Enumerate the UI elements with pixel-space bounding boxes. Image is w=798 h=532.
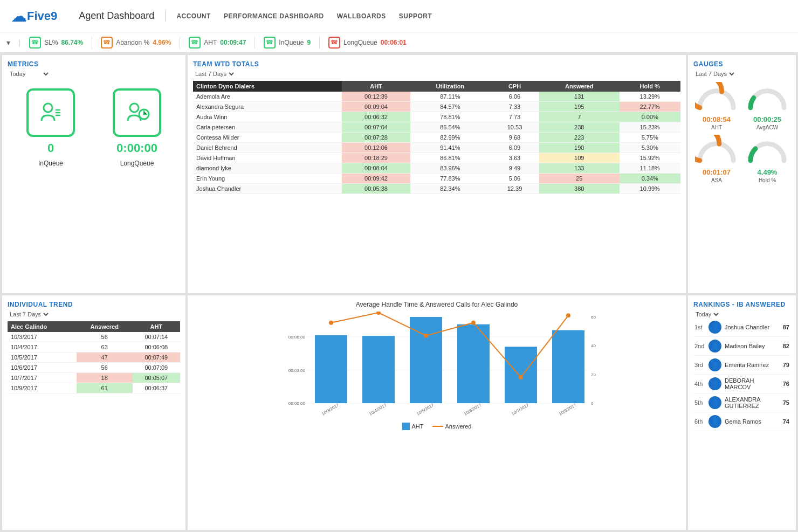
gauges-title: GAUGES: [693, 60, 790, 68]
team-cell-answered: 7: [539, 112, 620, 122]
table-row: Alexandra Segura 00:09:04 84.57% 7.33 19…: [193, 102, 680, 112]
team-col-cph: CPH: [490, 81, 539, 92]
gauge-arc: [746, 82, 789, 114]
ranking-item: 4th 👤 DEBORAH MARCOV 76: [693, 375, 790, 393]
page-title: Agent Dashboard: [79, 10, 166, 22]
rank-avatar: 👤: [708, 377, 721, 390]
chart-dot: [424, 333, 428, 337]
trend-table: Alec Galindo Answered AHT 10/3/2017 56 0…: [8, 321, 180, 393]
ranking-item: 5th 👤 ALEXANDRA GUTIERREZ 75: [693, 393, 790, 412]
svg-text:20: 20: [591, 372, 596, 377]
svg-text:0: 0: [591, 401, 594, 406]
team-cell-util: 87.11%: [410, 92, 491, 102]
nav-wallboards[interactable]: WALLBOARDS: [337, 12, 386, 20]
status-aht-icon: ☎: [189, 37, 201, 49]
gauge-arc: [695, 82, 738, 114]
chart-panel: Average Handle Time & Answered Calls for…: [188, 295, 686, 530]
svg-text:00:03:00: 00:03:00: [288, 368, 306, 372]
svg-point-1: [130, 103, 139, 112]
trend-cell-aht: 00:07:09: [133, 362, 180, 372]
status-expand-icon[interactable]: ▾: [6, 38, 10, 47]
nav-performance[interactable]: PERFORMANCE DASHBOARD: [224, 12, 324, 20]
team-cell-aht: 00:09:42: [342, 174, 410, 184]
nav-support[interactable]: SUPPORT: [399, 12, 432, 20]
nav-account[interactable]: ACCOUNT: [176, 12, 211, 20]
gauges-panel: GAUGES Last 7 Days 00:08:54 AHT 00:00:25…: [688, 55, 796, 293]
rankings-period-dropdown[interactable]: Today: [693, 310, 720, 318]
team-cell-name: David Huffman: [193, 153, 342, 163]
team-cell-name: Erin Young: [193, 174, 342, 184]
ranking-item: 2nd 👤 Madison Bailey 82: [693, 337, 790, 356]
legend-aht-label: AHT: [412, 423, 424, 430]
metrics-period-dropdown[interactable]: Today Last 7 Days: [8, 70, 50, 78]
status-sl-value: 86.74%: [61, 39, 83, 46]
chart-legend: AHT Answered: [193, 423, 680, 430]
team-cell-util: 77.83%: [410, 174, 491, 184]
svg-text:10/9/2017: 10/9/2017: [558, 402, 577, 416]
team-cell-util: 78.81%: [410, 112, 491, 122]
list-item: 10/4/2017 63 00:06:08: [8, 342, 180, 352]
status-inqueue-value: 9: [307, 39, 311, 46]
team-cell-hold: 22.77%: [620, 102, 680, 112]
trend-cell-aht: 00:05:07: [133, 372, 180, 383]
team-col-util: Utilization: [410, 81, 491, 92]
team-cell-hold: 5.30%: [620, 143, 680, 153]
team-cell-hold: 13.29%: [620, 92, 680, 102]
ranking-item: 3rd 👤 Emerita Ramirez 79: [693, 356, 790, 375]
table-row: Daniel Behrend 00:12:06 91.41% 6.09 190 …: [193, 143, 680, 153]
chart-svg: 00:09:0000:06:0000:03:0000:00:0060402001…: [193, 312, 680, 419]
status-bar: ▾ | ☎ SL% 86.74% ☎ Abandon % 4.96% ☎ AHT…: [0, 32, 798, 53]
rankings-panel: RANKINGS - IB ANSWERED Today 1st 👤 Joshu…: [688, 295, 796, 530]
trend-col-date: Alec Galindo: [8, 321, 77, 332]
inqueue-label: InQueue: [38, 160, 63, 167]
team-cell-aht: 00:05:38: [342, 184, 410, 194]
table-row: Contessa Milder 00:07:28 82.99% 9.68 223…: [193, 133, 680, 143]
status-abandon-value: 4.96%: [153, 39, 171, 46]
team-cell-name: diamond lyke: [193, 163, 342, 174]
team-cell-util: 86.81%: [410, 153, 491, 163]
team-cell-answered: 25: [539, 174, 620, 184]
rank-name: Joshua Chandler: [725, 324, 780, 330]
team-cell-aht: 00:12:06: [342, 143, 410, 153]
rank-score: 75: [783, 399, 789, 406]
team-cell-hold: 10.99%: [620, 184, 680, 194]
svg-text:40: 40: [591, 343, 596, 348]
list-item: 10/3/2017 56 00:07:14: [8, 332, 180, 342]
team-title: TEAM WTD TOTALS: [193, 60, 680, 68]
gauge-arc: [746, 135, 789, 167]
team-cell-cph: 3.63: [490, 153, 539, 163]
team-cell-hold: 11.18%: [620, 163, 680, 174]
trend-cell-answered: 61: [77, 383, 133, 393]
team-cell-util: 84.57%: [410, 102, 491, 112]
chart-dot: [376, 312, 381, 315]
trend-cell-aht: 00:07:14: [133, 332, 180, 342]
ranking-item: 6th 👤 Gema Ramos 74: [693, 412, 790, 431]
table-row: Ademola Are 00:12:39 87.11% 6.06 131 13.…: [193, 92, 680, 102]
team-cell-name: Ademola Are: [193, 92, 342, 102]
gauge-hold-%: 4.49% Hold %: [744, 135, 790, 183]
rank-number: 1st: [694, 324, 705, 330]
status-abandon-icon: ☎: [101, 37, 113, 49]
svg-point-0: [44, 103, 52, 112]
rank-score: 79: [783, 362, 789, 368]
rank-number: 3rd: [694, 362, 705, 368]
legend-line: [432, 426, 443, 427]
rank-number: 2nd: [694, 343, 705, 349]
team-cell-cph: 7.33: [490, 102, 539, 112]
status-sl: ☎ SL% 86.74%: [29, 37, 92, 49]
team-period-dropdown[interactable]: Last 7 Days: [193, 70, 236, 78]
team-cell-aht: 00:18:29: [342, 153, 410, 163]
trend-period-dropdown[interactable]: Last 7 Days: [8, 310, 50, 318]
trend-cell-date: 10/9/2017: [8, 383, 77, 393]
status-aht: ☎ AHT 00:09:47: [189, 37, 255, 49]
rank-score: 87: [783, 324, 789, 330]
trend-cell-date: 10/5/2017: [8, 352, 77, 362]
list-item: 10/7/2017 18 00:05:07: [8, 372, 180, 383]
gauges-period-dropdown[interactable]: Last 7 Days: [693, 70, 736, 78]
team-cell-answered: 133: [539, 163, 620, 174]
rank-avatar: 👤: [708, 415, 721, 428]
team-cell-cph: 12.39: [490, 184, 539, 194]
trend-cell-date: 10/6/2017: [8, 362, 77, 372]
status-aht-value: 00:09:47: [220, 39, 246, 46]
svg-text:10/4/2017: 10/4/2017: [368, 402, 388, 416]
